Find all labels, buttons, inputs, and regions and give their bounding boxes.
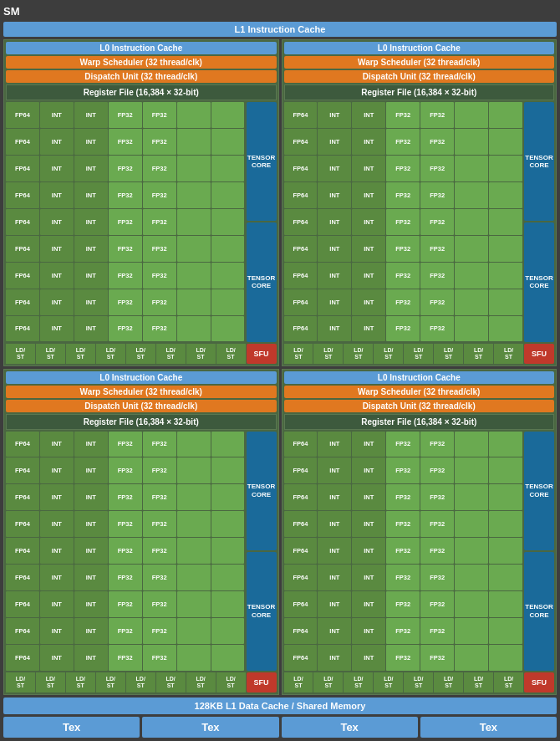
- fp32-cell: FP32: [143, 457, 176, 483]
- fp32-cell: FP32: [386, 645, 420, 671]
- tex-box-4[interactable]: Tex: [420, 717, 557, 738]
- ld-st-cell: LD/ST: [434, 344, 463, 364]
- fp32-cell: FP32: [420, 591, 454, 617]
- int-cell: INT: [352, 618, 385, 644]
- fp32-cell: [455, 209, 488, 235]
- fp64-cell: FP64: [6, 618, 39, 644]
- ld-st-cell: LD/ST: [464, 344, 493, 364]
- fp32-cell: FP32: [143, 591, 176, 617]
- ld-st-cell: LD/ST: [96, 344, 125, 364]
- compute-area-bl: FP64 INT INT FP32 FP32 FP64 INT INT FP32…: [6, 432, 277, 672]
- sfu-box-bl: SFU: [247, 672, 277, 692]
- fp32-cell: FP32: [420, 538, 454, 564]
- tensor-core-bl-2: TENSORCORE: [247, 552, 277, 671]
- fp-row-5: FP64 INT INT FP32 FP32: [6, 209, 245, 235]
- int-cell: INT: [352, 457, 385, 483]
- fp32-cell: FP32: [420, 457, 454, 483]
- tex-row: Tex Tex Tex Tex: [3, 717, 557, 738]
- fp32-cell: FP32: [420, 618, 454, 644]
- fp64-cell: FP64: [6, 591, 39, 617]
- fp32-cell: FP32: [143, 432, 176, 457]
- fp32-cell: [177, 511, 211, 537]
- fp32-cell: [489, 432, 522, 457]
- int-cell: INT: [318, 102, 351, 128]
- fp32-cell: FP32: [109, 182, 142, 208]
- fp32-cell: FP32: [420, 432, 454, 457]
- fp32-cell: [211, 263, 245, 289]
- fp-row-9: FP64 INT INT FP32 FP32: [6, 316, 245, 342]
- int-cell: INT: [40, 182, 74, 208]
- fp32-cell: [211, 618, 245, 644]
- fp32-cell: [455, 182, 488, 208]
- fp32-cell: FP32: [109, 511, 142, 537]
- fp32-cell: [455, 511, 488, 537]
- int-cell: INT: [40, 102, 74, 128]
- fp32-cell: FP32: [420, 102, 454, 128]
- fp32-cell: FP32: [420, 511, 454, 537]
- ld-st-cell: LD/ST: [344, 344, 373, 364]
- int-cell: INT: [40, 565, 74, 590]
- tex-box-3[interactable]: Tex: [282, 717, 418, 738]
- tex-box-1[interactable]: Tex: [3, 717, 140, 738]
- int-cell: INT: [40, 618, 74, 644]
- int-cell: INT: [352, 156, 385, 181]
- tex-box-2[interactable]: Tex: [142, 717, 278, 738]
- fp32-cell: FP32: [143, 236, 176, 262]
- fp32-cell: [455, 591, 488, 617]
- int-cell: INT: [40, 645, 74, 671]
- fp32-cell: FP32: [109, 591, 142, 617]
- tensor-column-br: TENSORCORE TENSORCORE: [524, 432, 554, 672]
- int-cell: INT: [74, 129, 108, 155]
- fp32-cell: FP32: [420, 156, 454, 181]
- fp64-cell: FP64: [6, 209, 39, 235]
- ld-st-cell: LD/ST: [186, 672, 216, 692]
- int-cell: INT: [74, 618, 108, 644]
- fp32-cell: [177, 289, 211, 315]
- quadrant-top-right: L0 Instruction Cache Warp Scheduler (32 …: [282, 39, 557, 366]
- fp32-cell: FP32: [143, 316, 176, 342]
- int-cell: INT: [40, 129, 74, 155]
- fp32-cell: FP32: [143, 484, 176, 510]
- fp32-cell: [211, 645, 245, 671]
- ld-st-cell: LD/ST: [96, 672, 125, 692]
- fp32-cell: [211, 511, 245, 537]
- fp32-cell: FP32: [386, 618, 420, 644]
- fp32-cell: FP32: [386, 457, 420, 483]
- fp32-cell: [177, 182, 211, 208]
- int-cell: INT: [318, 209, 351, 235]
- fp64-cell: FP64: [284, 129, 318, 155]
- fp64-cell: FP64: [6, 236, 39, 262]
- int-cell: INT: [318, 156, 351, 181]
- fp32-cell: [177, 432, 211, 457]
- fp64-cell: FP64: [6, 102, 39, 128]
- fp64-cell: FP64: [6, 645, 39, 671]
- fp64-cell: FP64: [6, 182, 39, 208]
- ld-st-cell: LD/ST: [434, 672, 463, 692]
- fp64-cell: FP64: [6, 484, 39, 510]
- int-cell: INT: [74, 591, 108, 617]
- tensor-core-tr-1: TENSORCORE: [524, 102, 554, 221]
- fp64-cell: FP64: [284, 209, 318, 235]
- ld-st-cell: LD/ST: [494, 344, 523, 364]
- fp32-cell: FP32: [386, 432, 420, 457]
- int-cell: INT: [74, 263, 108, 289]
- int-cell: INT: [352, 289, 385, 315]
- int-cell: INT: [318, 457, 351, 483]
- compute-area-tr: FP64 INT INT FP32 FP32 FP64 INT INT FP32…: [284, 102, 555, 342]
- ld-st-cell: LD/ST: [404, 344, 433, 364]
- fp32-cell: FP32: [420, 645, 454, 671]
- fp32-cell: [489, 182, 522, 208]
- fp64-cell: FP64: [6, 565, 39, 590]
- fp32-cell: FP32: [386, 182, 420, 208]
- ld-st-cell: LD/ST: [216, 672, 246, 692]
- int-cell: INT: [74, 156, 108, 181]
- fp-row-7: FP64 INT INT FP32 FP32: [6, 263, 245, 289]
- register-file-tr: Register File (16,384 × 32-bit): [284, 84, 555, 100]
- fp32-cell: FP32: [386, 209, 420, 235]
- int-cell: INT: [352, 591, 385, 617]
- fp32-cell: [455, 432, 488, 457]
- fp64-cell: FP64: [284, 289, 318, 315]
- tensor-core-2: TENSORCORE: [247, 222, 277, 341]
- int-cell: INT: [352, 645, 385, 671]
- fp32-cell: FP32: [143, 263, 176, 289]
